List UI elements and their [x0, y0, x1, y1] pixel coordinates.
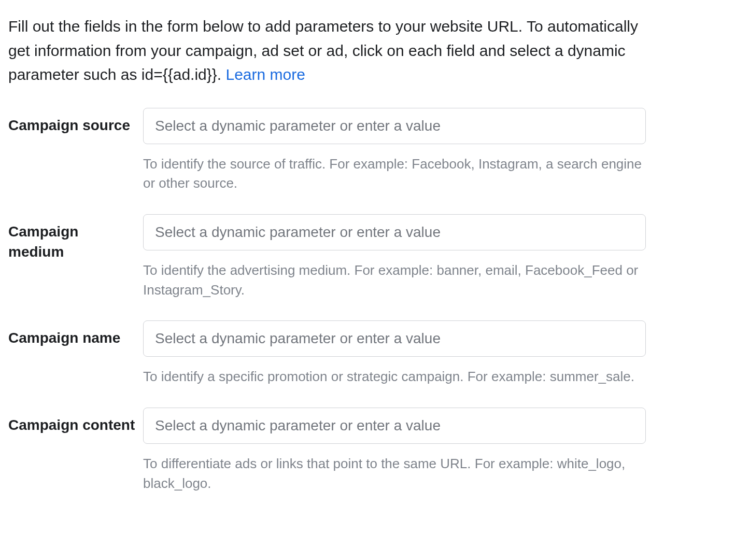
label-col: Campaign name	[8, 320, 143, 348]
campaign-source-label: Campaign source	[8, 115, 137, 135]
campaign-medium-input-wrap	[143, 214, 646, 250]
campaign-content-input-wrap	[143, 408, 646, 444]
campaign-source-help: To identify the source of traffic. For e…	[143, 155, 646, 193]
campaign-name-input[interactable]	[144, 321, 645, 356]
learn-more-link[interactable]: Learn more	[225, 66, 305, 83]
campaign-medium-help: To identify the advertising medium. For …	[143, 261, 646, 300]
campaign-content-input[interactable]	[144, 408, 645, 443]
row-campaign-content: Campaign content To differentiate ads or…	[8, 408, 727, 493]
intro-text: Fill out the fields in the form below to…	[8, 18, 638, 83]
label-col: Campaign medium	[8, 214, 143, 262]
row-campaign-name: Campaign name To identify a specific pro…	[8, 320, 727, 387]
row-campaign-source: Campaign source To identify the source o…	[8, 108, 727, 193]
field-col: To identify the advertising medium. For …	[143, 214, 646, 300]
campaign-name-label: Campaign name	[8, 328, 137, 348]
campaign-name-help: To identify a specific promotion or stra…	[143, 367, 646, 387]
campaign-content-help: To differentiate ads or links that point…	[143, 454, 646, 493]
campaign-name-input-wrap	[143, 320, 646, 357]
field-col: To identify a specific promotion or stra…	[143, 320, 646, 387]
campaign-medium-label: Campaign medium	[8, 221, 137, 262]
campaign-source-input-wrap	[143, 108, 646, 144]
label-col: Campaign source	[8, 108, 143, 135]
url-parameters-form: Fill out the fields in the form below to…	[0, 0, 735, 514]
field-col: To identify the source of traffic. For e…	[143, 108, 646, 193]
row-campaign-medium: Campaign medium To identify the advertis…	[8, 214, 727, 300]
label-col: Campaign content	[8, 408, 143, 435]
campaign-content-label: Campaign content	[8, 415, 137, 435]
intro-paragraph: Fill out the fields in the form below to…	[8, 15, 646, 87]
field-col: To differentiate ads or links that point…	[143, 408, 646, 493]
campaign-source-input[interactable]	[144, 108, 645, 144]
campaign-medium-input[interactable]	[144, 215, 645, 250]
